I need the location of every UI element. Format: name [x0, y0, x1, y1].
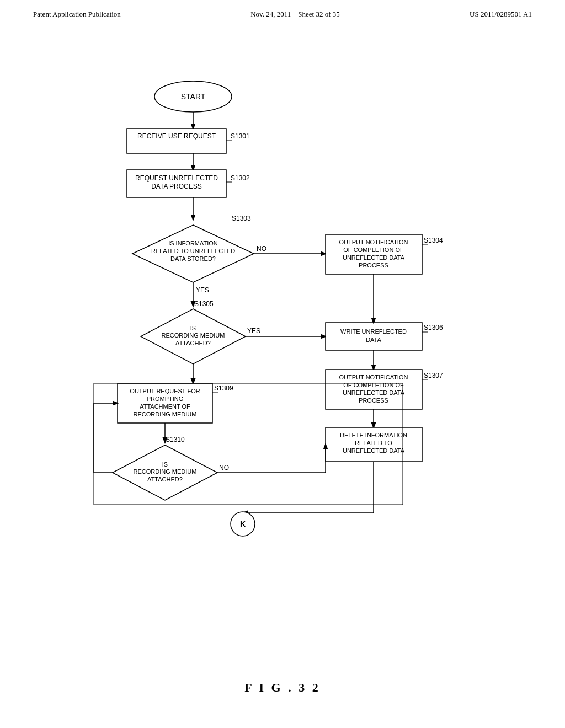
s1304-text3: UNREFLECTED DATA: [343, 254, 405, 261]
header-left: Patent Application Publication: [33, 10, 121, 19]
figure-caption: F I G . 3 2: [0, 681, 565, 695]
s1305-text2: RECORDING MEDIUM: [162, 332, 225, 339]
s1301-text: RECEIVE USE REQUEST: [137, 132, 216, 140]
k-label: K: [240, 520, 246, 528]
s1304-text1: OUTPUT NOTIFICATION: [339, 239, 408, 245]
page-header: Patent Application Publication Nov. 24, …: [0, 0, 565, 19]
s1306-text1: WRITE UNREFLECTED: [340, 328, 407, 335]
s1306-label: S1306: [424, 324, 443, 331]
s1303-yes-label: YES: [196, 286, 209, 294]
s1310-text1: IS: [162, 461, 168, 468]
s1303-no-label: NO: [257, 245, 266, 253]
s1310-text2: RECORDING MEDIUM: [134, 468, 197, 475]
s1309-text4: RECORDING MEDIUM: [134, 411, 197, 417]
s1303-text2: RELATED TO UNREFLECTED: [151, 248, 235, 254]
s1304-label: S1304: [424, 237, 443, 244]
s1305-text3: ATTACHED?: [175, 340, 211, 346]
s1308-text3: UNREFLECTED DATA: [343, 447, 405, 454]
s1310-label: S1310: [166, 436, 185, 443]
s1307-text1: OUTPUT NOTIFICATION: [339, 374, 408, 381]
s1308-text1: DELETE INFORMATION: [340, 432, 407, 438]
flowchart-svg: START RECEIVE USE REQUEST S1301 REQUEST …: [55, 72, 486, 568]
start-label: START: [181, 92, 206, 101]
s1304-text4: PROCESS: [359, 262, 388, 269]
s1303-label: S1303: [232, 215, 251, 222]
s1302-label: S1302: [231, 174, 250, 182]
flowchart-diagram: START RECEIVE USE REQUEST S1301 REQUEST …: [55, 72, 486, 568]
s1305-label: S1305: [194, 300, 214, 308]
s1307-text2: OF COMPLETION OF: [343, 382, 404, 388]
s1310-no-label: NO: [219, 464, 229, 472]
s1307-text4: PROCESS: [359, 397, 388, 404]
s1307-text3: UNREFLECTED DATA: [343, 389, 405, 396]
s1309-text3: ATTACHMENT OF: [140, 403, 190, 410]
s1302-text1: REQUEST UNREFLECTED: [135, 174, 218, 182]
s1303-text1: IS INFORMATION: [168, 240, 218, 247]
s1308-text2: RELATED TO: [355, 440, 392, 446]
header-right: US 2011/0289501 A1: [470, 10, 532, 19]
s1309-text2: PROMPTING: [147, 395, 184, 402]
s1307-label: S1307: [424, 372, 443, 379]
s1310-text3: ATTACHED?: [147, 476, 183, 483]
s1309-label: S1309: [214, 384, 233, 392]
s1303-text3: DATA STORED?: [170, 255, 216, 262]
s1302-text2: DATA PROCESS: [151, 183, 202, 190]
s1304-text2: OF COMPLETION OF: [343, 247, 404, 253]
s1309-text1: OUTPUT REQUEST FOR: [130, 388, 200, 394]
header-center: Nov. 24, 2011 Sheet 32 of 35: [250, 10, 340, 19]
s1301-label: S1301: [231, 132, 250, 140]
s1305-text1: IS: [190, 325, 196, 331]
s1305-yes-label: YES: [247, 327, 260, 335]
s1306-text2: DATA: [366, 336, 381, 343]
